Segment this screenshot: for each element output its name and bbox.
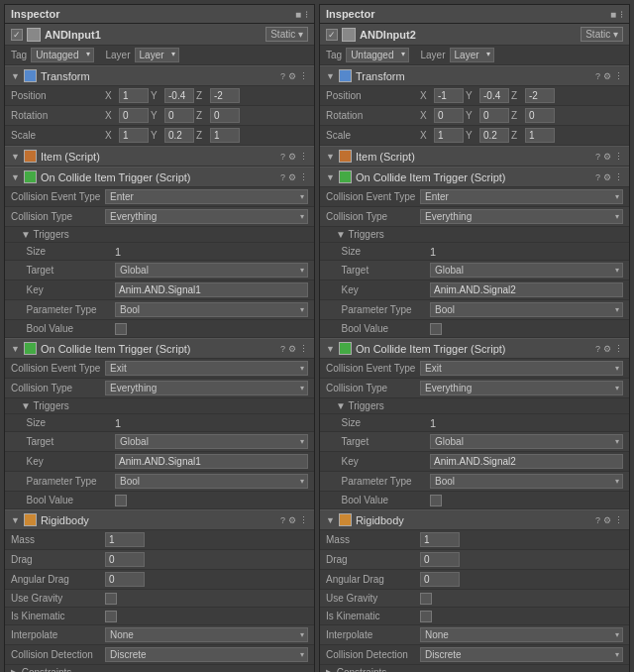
rigidbody-section-header[interactable]: ▼ Rigidbody ? ⚙ ⋮ <box>320 509 629 530</box>
drag-input[interactable] <box>105 552 145 567</box>
item-script-header[interactable]: ▼ Item (Script) ? ⚙ ⋮ <box>320 146 629 167</box>
transform-menu-icon[interactable]: ⋮ <box>614 71 623 81</box>
rigidbody-menu-icon[interactable]: ⋮ <box>614 515 623 525</box>
rigidbody-section-header[interactable]: ▼ Rigidbody ? ⚙ ⋮ <box>5 509 314 530</box>
trigger1-settings-icon[interactable]: ⚙ <box>603 172 611 182</box>
t1-collision-event-dropdown[interactable]: Enter <box>105 189 308 204</box>
t2-key-input[interactable] <box>430 454 623 469</box>
interpolate-dropdown[interactable]: None <box>420 627 623 642</box>
mass-input[interactable] <box>420 532 460 547</box>
rigidbody-help-icon[interactable]: ? <box>595 515 600 525</box>
rotation-y-input[interactable] <box>479 108 509 123</box>
trigger2-section-header[interactable]: ▼ On Collide Item Trigger (Script) ? ⚙ ⋮ <box>320 338 629 359</box>
scale-z-input[interactable] <box>210 128 240 143</box>
use-gravity-checkbox[interactable] <box>420 593 432 605</box>
item-help-icon[interactable]: ? <box>280 152 285 162</box>
trigger2-settings-icon[interactable]: ⚙ <box>288 344 296 354</box>
scale-x-input[interactable] <box>434 128 464 143</box>
constraints-row[interactable]: ▶ Constraints <box>320 665 629 672</box>
object-active-checkbox[interactable] <box>326 29 338 41</box>
t2-triggers-row[interactable]: ▼ Triggers <box>5 398 314 414</box>
rigidbody-menu-icon[interactable]: ⋮ <box>299 515 308 525</box>
t1-triggers-row[interactable]: ▼ Triggers <box>320 227 629 243</box>
trigger1-help-icon[interactable]: ? <box>595 172 600 182</box>
t1-collision-type-dropdown[interactable]: Everything <box>420 209 623 224</box>
position-x-input[interactable] <box>119 88 149 103</box>
trigger2-help-icon[interactable]: ? <box>595 344 600 354</box>
scale-y-input[interactable] <box>479 128 509 143</box>
static-badge[interactable]: Static ▾ <box>265 27 308 42</box>
scale-y-input[interactable] <box>164 128 194 143</box>
angular-drag-input[interactable] <box>420 572 460 587</box>
trigger1-help-icon[interactable]: ? <box>280 172 285 182</box>
rotation-z-input[interactable] <box>525 108 555 123</box>
t2-param-type-dropdown[interactable]: Bool <box>115 474 308 489</box>
rotation-z-input[interactable] <box>210 108 240 123</box>
item-help-icon[interactable]: ? <box>595 152 600 162</box>
angular-drag-input[interactable] <box>105 572 145 587</box>
transform-settings-icon[interactable]: ⚙ <box>603 71 611 81</box>
is-kinematic-checkbox[interactable] <box>420 611 432 622</box>
trigger2-menu-icon[interactable]: ⋮ <box>299 344 308 354</box>
menu-icon[interactable]: ⁝ <box>620 9 623 20</box>
t1-key-input[interactable] <box>430 282 623 297</box>
t2-param-type-dropdown[interactable]: Bool <box>430 474 623 489</box>
transform-menu-icon[interactable]: ⋮ <box>299 71 308 81</box>
mass-input[interactable] <box>105 532 145 547</box>
item-menu-icon[interactable]: ⋮ <box>299 152 308 162</box>
tag-dropdown[interactable]: Untagged <box>346 48 408 62</box>
layer-dropdown[interactable]: Layer <box>135 48 179 62</box>
trigger2-settings-icon[interactable]: ⚙ <box>603 344 611 354</box>
menu-icon[interactable]: ⁝ <box>305 9 308 20</box>
position-y-input[interactable] <box>479 88 509 103</box>
trigger1-settings-icon[interactable]: ⚙ <box>288 172 296 182</box>
tag-dropdown[interactable]: Untagged <box>31 48 93 62</box>
is-kinematic-checkbox[interactable] <box>105 611 117 622</box>
trigger2-help-icon[interactable]: ? <box>280 344 285 354</box>
lock-icon[interactable]: ■ <box>295 9 301 20</box>
t1-bool-checkbox[interactable] <box>430 323 442 335</box>
rigidbody-help-icon[interactable]: ? <box>280 515 285 525</box>
transform-section-header[interactable]: ▼ Transform ? ⚙ ⋮ <box>320 65 629 86</box>
trigger2-section-header[interactable]: ▼ On Collide Item Trigger (Script) ? ⚙ ⋮ <box>5 338 314 359</box>
trigger2-menu-icon[interactable]: ⋮ <box>614 344 623 354</box>
static-badge[interactable]: Static ▾ <box>581 27 623 42</box>
position-z-input[interactable] <box>210 88 240 103</box>
t1-key-input[interactable] <box>115 282 308 297</box>
transform-help-icon[interactable]: ? <box>595 71 600 81</box>
trigger1-menu-icon[interactable]: ⋮ <box>299 172 308 182</box>
rigidbody-settings-icon[interactable]: ⚙ <box>603 515 611 525</box>
item-menu-icon[interactable]: ⋮ <box>614 152 623 162</box>
scale-x-input[interactable] <box>119 128 149 143</box>
t1-param-type-dropdown[interactable]: Bool <box>115 302 308 317</box>
position-y-input[interactable] <box>164 88 194 103</box>
position-z-input[interactable] <box>525 88 555 103</box>
t1-triggers-row[interactable]: ▼ Triggers <box>5 227 314 243</box>
t1-collision-type-dropdown[interactable]: Everything <box>105 209 308 224</box>
t1-bool-checkbox[interactable] <box>115 323 127 335</box>
collision-detection-dropdown[interactable]: Discrete <box>420 647 623 662</box>
rigidbody-settings-icon[interactable]: ⚙ <box>288 515 296 525</box>
item-script-header[interactable]: ▼ Item (Script) ? ⚙ ⋮ <box>5 146 314 167</box>
t2-collision-type-dropdown[interactable]: Everything <box>420 381 623 395</box>
rotation-x-input[interactable] <box>119 108 149 123</box>
trigger1-menu-icon[interactable]: ⋮ <box>614 172 623 182</box>
transform-section-header[interactable]: ▼ Transform ? ⚙ ⋮ <box>5 65 314 86</box>
position-x-input[interactable] <box>434 88 464 103</box>
collision-detection-dropdown[interactable]: Discrete <box>105 647 308 662</box>
t1-target-dropdown[interactable]: Global <box>115 263 308 278</box>
transform-settings-icon[interactable]: ⚙ <box>288 71 296 81</box>
t2-triggers-row[interactable]: ▼ Triggers <box>320 398 629 414</box>
trigger1-section-header[interactable]: ▼ On Collide Item Trigger (Script) ? ⚙ ⋮ <box>5 167 314 187</box>
object-active-checkbox[interactable] <box>11 29 23 41</box>
layer-dropdown[interactable]: Layer <box>450 48 494 62</box>
t2-collision-event-dropdown[interactable]: Exit <box>105 361 308 376</box>
lock-icon[interactable]: ■ <box>610 9 616 20</box>
use-gravity-checkbox[interactable] <box>105 593 117 605</box>
scale-z-input[interactable] <box>525 128 555 143</box>
t2-bool-checkbox[interactable] <box>430 495 442 506</box>
t2-target-dropdown[interactable]: Global <box>115 434 308 449</box>
t1-collision-event-dropdown[interactable]: Enter <box>420 189 623 204</box>
t1-target-dropdown[interactable]: Global <box>430 263 623 278</box>
t2-bool-checkbox[interactable] <box>115 495 127 506</box>
